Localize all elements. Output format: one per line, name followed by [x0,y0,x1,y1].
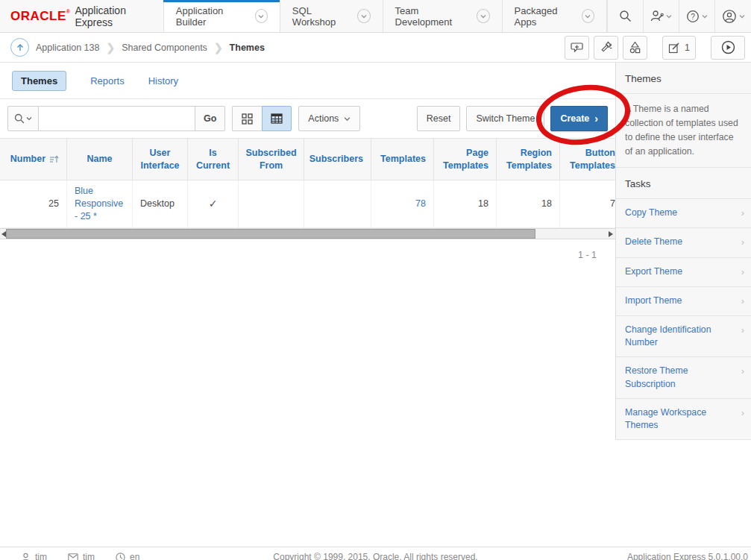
create-button[interactable]: Create › [550,106,608,131]
chevron-right-icon: › [741,207,744,220]
scroll-right-arrow-icon[interactable] [609,231,613,237]
chevron-right-icon: › [741,324,744,349]
task-export-theme[interactable]: Export Theme› [616,258,751,287]
search-column-menu-button[interactable] [7,106,39,131]
content-area: Themes Reports History Go Actions [0,63,751,547]
breadcrumb-current-page: Themes [230,43,265,53]
chevron-right-icon: › [741,295,744,308]
task-delete-theme[interactable]: Delete Theme› [616,228,751,257]
tab-application-builder[interactable]: Application Builder [163,0,280,32]
brand: ORACLE® Application Express [0,0,163,32]
column-header-button-templates[interactable]: Button Templates [560,139,615,180]
pencil-square-icon [668,42,680,54]
table-row: 25 Blue Responsive - 25 * Desktop ✓ 78 1… [0,180,615,228]
spotlight-search-button[interactable] [594,36,618,60]
edit-page-button[interactable]: 1 [662,36,696,60]
chevron-down-icon [666,13,672,19]
top-bar: ORACLE® Application Express Application … [0,0,751,33]
search-input[interactable] [39,106,195,131]
cell-subscribed-from [239,180,304,228]
feedback-button[interactable] [565,36,589,60]
cell-templates: 78 [371,180,434,228]
column-header-page-templates[interactable]: Page Templates [434,139,497,180]
column-header-name[interactable]: Name [67,139,133,180]
up-arrow-icon[interactable] [10,38,29,57]
flashlight-icon [600,41,612,54]
column-header-region-templates[interactable]: Region Templates [497,139,560,180]
footer-copyright: Copyright © 1999, 2015, Oracle. All righ… [0,552,751,560]
column-header-templates[interactable]: Templates [371,139,434,180]
go-button[interactable]: Go [195,106,225,131]
account-icon[interactable] [715,0,751,32]
tab-sql-workshop[interactable]: SQL Workshop [280,0,383,32]
task-copy-theme[interactable]: Copy Theme› [616,199,751,228]
breadcrumb-separator-icon: ❯ [214,42,223,54]
templates-count-link[interactable]: 78 [415,198,426,210]
column-header-user-interface[interactable]: User Interface [133,139,188,180]
speech-bubble-plus-icon [571,42,583,54]
help-icon[interactable]: ? [679,0,715,32]
task-import-theme[interactable]: Import Theme› [616,287,751,316]
tab-themes[interactable]: Themes [12,71,66,91]
svg-text:?: ? [691,12,695,20]
cell-button-templates: 7 [560,180,615,228]
tab-history[interactable]: History [148,75,178,86]
shared-components-button[interactable] [623,36,647,60]
top-icon-bar: ? [607,0,751,32]
breadcrumb-shared-components[interactable]: Shared Components [122,43,207,53]
pagination-label: 1 - 1 [0,239,615,260]
task-manage-workspace-themes[interactable]: Manage Workspace Themes› [616,399,751,440]
play-circle-icon [721,40,735,54]
sidebar-tasks-title: Tasks [616,168,751,199]
report-view-button[interactable] [262,106,292,131]
cell-user-interface: Desktop [133,180,188,228]
breadcrumb-separator-icon: ❯ [106,42,115,54]
cell-region-templates: 18 [497,180,560,228]
oracle-logo: ORACLE® [10,9,70,24]
chevron-down-icon[interactable] [255,9,268,23]
tab-team-development[interactable]: Team Development [383,0,502,32]
column-header-is-current[interactable]: Is Current [188,139,239,180]
sort-ascending-icon [49,155,59,164]
actions-menu-button[interactable]: Actions [298,106,360,131]
cell-is-current: ✓ [188,180,239,228]
chevron-down-icon[interactable] [582,9,594,23]
registered-mark: ® [66,9,71,14]
column-header-subscribed-from[interactable]: Subscribed From [239,139,304,180]
breadcrumb-application[interactable]: Application 138 [36,43,99,53]
chevron-right-icon: › [594,113,598,125]
search-icon[interactable] [608,0,644,32]
column-header-subscribers[interactable]: Subscribers [304,139,371,180]
shapes-icon [629,41,641,54]
tab-packaged-apps[interactable]: Packaged Apps [502,0,607,32]
icon-view-button[interactable] [232,106,262,131]
main-region: Themes Reports History Go Actions [0,63,615,547]
chevron-down-icon[interactable] [357,9,370,23]
switch-theme-button[interactable]: Switch Theme [466,106,544,131]
tab-reports[interactable]: Reports [90,75,125,86]
run-application-button[interactable] [711,36,745,60]
theme-name-link[interactable]: Blue Responsive - 25 * [75,185,125,223]
product-name: Application Express [75,4,163,28]
chevron-down-icon [739,13,745,19]
task-restore-theme-subscription[interactable]: Restore Theme Subscription› [616,357,751,398]
reset-button[interactable]: Reset [417,106,461,131]
cell-subscribers [304,180,371,228]
breadcrumb-bar: Application 138 ❯ Shared Components ❯ Th… [0,33,751,63]
chevron-right-icon: › [741,236,744,249]
footer: tim tim en Copyright © 1999, 2015, Oracl… [0,547,751,560]
task-change-identification-number[interactable]: Change Identification Number› [616,316,751,357]
administration-icon[interactable] [644,0,679,32]
chevron-down-icon [344,116,351,122]
chevron-right-icon: › [741,265,744,279]
themes-report-table: Number Name User Interface Is Current Su… [0,138,615,228]
magnifier-icon [14,113,25,124]
chevron-down-icon [26,116,32,122]
chevron-down-icon[interactable] [477,9,489,23]
page-tabs: Themes Reports History [0,63,615,99]
checkmark-icon: ✓ [209,197,218,211]
column-header-number[interactable]: Number [0,139,67,180]
horizontal-scrollbar[interactable] [0,228,615,239]
top-nav: Application Builder SQL Workshop Team De… [163,0,607,32]
scrollbar-thumb[interactable] [6,229,535,239]
